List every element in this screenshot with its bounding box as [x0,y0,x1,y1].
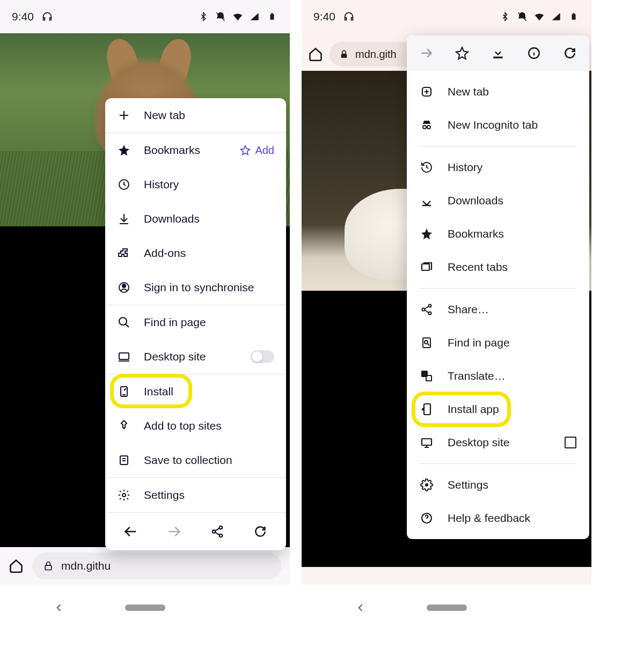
menu-help[interactable]: Help & feedback [407,502,589,535]
svg-rect-3 [45,565,52,570]
menu-install[interactable]: Install [105,374,286,409]
menu-addons[interactable]: Add-ons [105,236,286,270]
recent-tabs-icon [420,260,434,274]
svg-rect-8 [119,353,129,359]
svg-point-35 [425,483,428,487]
menu-new-tab[interactable]: New tab [105,98,286,132]
menu-incognito-tab[interactable]: New Incognito tab [407,108,589,142]
desktop-site-toggle[interactable] [251,350,274,363]
menu-desktop-site[interactable]: Desktop site [407,426,589,459]
menu-desktop-site[interactable]: Desktop site [105,340,286,374]
menu-history[interactable]: History [105,167,286,202]
signal-icon [551,11,562,23]
address-bar[interactable]: mdn.githu [32,552,281,579]
help-icon [420,511,434,525]
url-text: mdn.gith [355,48,397,61]
gear-icon [117,488,131,502]
menu-settings[interactable]: Settings [407,468,589,502]
status-bar: 9:40 [0,0,290,33]
svg-rect-1 [270,14,274,20]
firefox-overflow-menu: New tab Bookmarks Add History Downloads [105,98,286,550]
incognito-icon [420,118,434,132]
battery-icon [568,11,580,23]
search-icon [117,315,131,329]
desktop-site-checkbox[interactable] [565,437,576,448]
gear-icon [420,478,434,492]
menu-bookmarks[interactable]: Bookmarks [407,217,589,250]
translate-icon: G [420,369,434,383]
menu-install-app[interactable]: Install app [407,393,589,426]
menu-sign-in[interactable]: Sign in to synchronise [105,270,286,305]
refresh-icon[interactable] [561,45,579,62]
find-in-page-icon [420,336,434,350]
bookmarks-add-button[interactable]: Add [240,144,274,157]
svg-point-7 [119,318,127,325]
system-home-pill[interactable] [427,605,467,611]
svg-point-11 [122,493,126,497]
puzzle-icon [117,246,131,260]
home-icon[interactable] [9,558,24,573]
menu-history[interactable]: History [407,151,589,184]
menu-translate[interactable]: G Translate… [407,359,589,393]
menu-share[interactable]: Share… [407,293,589,326]
menu-recent-tabs[interactable]: Recent tabs [407,250,589,284]
desktop-icon [117,350,131,364]
firefox-phone-screenshot: 9:40 mdn.githu [0,0,290,630]
url-text: mdn.githu [61,559,111,572]
svg-rect-28 [423,338,430,348]
svg-point-6 [122,284,126,288]
battery-icon [266,11,278,23]
forward-icon [163,521,185,542]
svg-rect-18 [341,54,347,58]
status-bar: 9:40 [302,0,591,33]
svg-rect-16 [572,14,576,20]
system-back-icon[interactable] [54,602,64,613]
menu-bookmarks[interactable]: Bookmarks Add [105,133,286,167]
downloads-icon [420,194,434,208]
bluetooth-icon [499,11,511,23]
svg-point-23 [427,126,430,129]
desktop-icon [420,436,434,449]
menu-downloads[interactable]: Downloads [407,184,589,217]
new-tab-icon [420,85,434,99]
wifi-icon [232,11,244,23]
svg-rect-19 [493,57,502,58]
forward-icon [418,45,435,62]
menu-find-in-page[interactable]: Find in page [407,326,589,359]
svg-rect-24 [422,264,429,270]
bottom-toolbar: mdn.githu [0,547,290,585]
do-not-disturb-icon [215,11,226,23]
wifi-icon [533,11,545,23]
svg-rect-2 [271,13,273,14]
bluetooth-icon [197,11,209,23]
menu-downloads[interactable]: Downloads [105,202,286,236]
menu-new-tab[interactable]: New tab [407,75,589,108]
menu-save-collection[interactable]: Save to collection [105,443,286,477]
system-home-pill[interactable] [125,605,165,611]
lock-icon [339,49,349,59]
menu-bottom-toolbar [105,513,286,550]
share-icon[interactable] [207,521,228,542]
signal-icon [249,11,261,23]
chrome-overflow-menu: New tab New Incognito tab History Downlo… [407,35,589,539]
info-icon[interactable] [525,45,543,62]
refresh-icon[interactable] [250,521,271,542]
home-icon[interactable] [308,47,323,62]
download-icon[interactable] [489,45,507,62]
lock-icon [43,561,54,571]
menu-add-top-sites[interactable]: Add to top sites [105,409,286,443]
star-filled-icon [420,227,434,241]
clock-text: 9:40 [313,10,335,23]
star-icon[interactable] [453,45,471,62]
system-back-icon[interactable] [355,602,366,613]
svg-rect-33 [424,404,430,415]
do-not-disturb-icon [516,11,528,23]
system-nav-bar [302,585,591,630]
svg-rect-34 [422,439,431,445]
svg-text:G: G [423,372,426,377]
share-icon [420,303,434,316]
svg-rect-17 [573,13,575,14]
back-icon[interactable] [120,521,142,542]
menu-find-in-page[interactable]: Find in page [105,305,286,340]
menu-settings[interactable]: Settings [105,478,286,512]
